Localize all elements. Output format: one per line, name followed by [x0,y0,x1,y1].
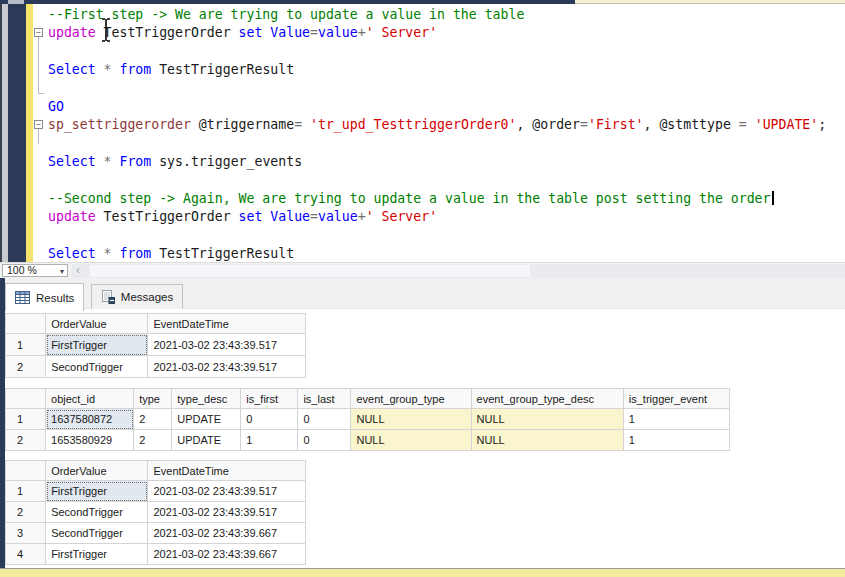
code-line[interactable]: GO [33,98,845,116]
table-row: 2SecondTrigger2021-03-02 23:43:39.517 [6,502,306,523]
grid-cell[interactable]: 2 [134,409,172,430]
results-grid-2: object_idtypetype_descis_firstis_lasteve… [5,388,730,451]
outline-collapse-box[interactable]: − [34,28,43,37]
code-line[interactable]: Select * from TestTriggerResult [33,61,845,79]
change-tracking-bar [26,4,33,262]
table-row: 1FirstTrigger2021-03-02 23:43:39.517 [6,481,306,502]
column-header[interactable]: type [134,389,172,409]
grid-cell[interactable]: 1637580872 [46,409,134,430]
column-header[interactable]: is_last [298,389,351,409]
grid-cell[interactable]: 0 [298,409,351,430]
code-line[interactable]: −sp_settriggerorder @triggername= 'tr_up… [33,116,845,134]
results-tab-bar: Results Messages [5,278,845,309]
row-number-cell[interactable]: 2 [6,502,46,523]
grid-cell[interactable]: NULL [471,430,623,451]
table-row: 216535809292UPDATE10NULLNULL1 [6,430,730,451]
grid-cell[interactable]: SecondTrigger [46,523,148,544]
grid-cell[interactable]: 2021-03-02 23:43:39.517 [148,334,306,356]
grid-cell[interactable]: 0 [298,430,351,451]
column-header[interactable]: EventDateTime [148,314,306,334]
grid-cell[interactable]: 2 [134,430,172,451]
code-line[interactable]: Select * from TestTriggerResult [33,245,845,262]
code-line[interactable] [33,80,845,98]
code-line[interactable]: −update TestTriggerOrder set Value=value… [33,24,845,42]
editor-horizontal-scrollbar[interactable]: ‹ [72,264,845,278]
code-lines[interactable]: --First step -> We are trying to update … [33,4,845,262]
grid-cell[interactable]: SecondTrigger [46,502,148,523]
grid-cell[interactable]: 2021-03-02 23:43:39.517 [148,356,306,378]
grid-cell[interactable]: FirstTrigger [46,334,148,356]
code-line[interactable] [33,172,845,190]
grid-cell[interactable]: FirstTrigger [46,544,148,565]
column-header[interactable]: type_desc [172,389,241,409]
row-number-cell[interactable]: 4 [6,544,46,565]
row-number-cell[interactable]: 1 [6,334,46,356]
grid-corner-cell[interactable] [6,461,46,481]
code-line[interactable]: update TestTriggerOrder set Value=value+… [33,208,845,226]
query-editor-pane[interactable]: --First step -> We are trying to update … [0,4,845,262]
bottom-edge-strip [0,568,845,577]
grid-cell[interactable]: 2021-03-02 23:43:39.667 [148,523,306,544]
chevron-down-icon[interactable]: ▾ [60,266,64,277]
ssms-window: --First step -> We are trying to update … [0,0,845,577]
grid-cell[interactable]: 1 [623,409,729,430]
grid-cell[interactable]: 0 [241,409,298,430]
code-line[interactable]: --First step -> We are trying to update … [33,6,845,24]
grid-cell[interactable]: UPDATE [172,409,241,430]
grid-cell[interactable]: NULL [351,409,471,430]
table-row: 2SecondTrigger2021-03-02 23:43:39.517 [6,356,306,378]
column-header[interactable]: event_group_type_desc [471,389,623,409]
column-header[interactable]: event_group_type [351,389,471,409]
grid-cell[interactable]: 2021-03-02 23:43:39.517 [148,502,306,523]
column-header[interactable]: OrderValue [46,314,148,334]
grid-cell[interactable]: 2021-03-02 23:43:39.517 [148,481,306,502]
grid-corner-cell[interactable] [6,389,46,409]
editor-selection-margin [8,4,26,262]
tab-label: Results [36,292,74,304]
code-line[interactable]: Select * From sys.trigger_events [33,153,845,171]
grid-cell[interactable]: 1653580929 [46,430,134,451]
row-number-cell[interactable]: 2 [6,430,46,451]
results-grid-icon [15,291,30,304]
table-row: 1FirstTrigger2021-03-02 23:43:39.517 [6,334,306,356]
column-header[interactable]: is_trigger_event [623,389,729,409]
tab-label: Messages [121,291,173,303]
row-number-cell[interactable]: 2 [6,356,46,378]
grid-cell[interactable]: UPDATE [172,430,241,451]
text-caret [772,191,774,205]
grid-cell[interactable]: SecondTrigger [46,356,148,378]
grid-cell[interactable]: 1 [241,430,298,451]
zoom-level-value: 100 % [7,264,37,276]
column-header[interactable]: OrderValue [46,461,148,481]
outline-collapse-box[interactable]: − [34,120,43,129]
grid-cell[interactable]: 2021-03-02 23:43:39.667 [148,544,306,565]
grid-corner-cell[interactable] [6,314,46,334]
row-number-cell[interactable]: 3 [6,523,46,544]
code-line[interactable] [33,227,845,245]
grid-cell[interactable]: NULL [471,409,623,430]
scroll-left-icon[interactable]: ‹ [76,264,80,277]
table-row: 3SecondTrigger2021-03-02 23:43:39.667 [6,523,306,544]
grid-cell[interactable]: NULL [351,430,471,451]
column-header[interactable]: EventDateTime [148,461,306,481]
table-row: 116375808722UPDATE00NULLNULL1 [6,409,730,430]
results-pane: Results Messages OrderValueEventDateTime… [0,278,845,568]
scrollbar-thumb[interactable] [90,265,530,277]
code-line[interactable] [33,43,845,61]
column-header[interactable]: is_first [241,389,298,409]
editor-zoom-select[interactable]: 100 % ▾ [2,264,68,277]
code-line[interactable]: --Second step -> Again, We are trying to… [33,190,845,208]
editor-status-bar: 100 % ▾ ‹ [0,262,845,278]
column-header[interactable]: object_id [46,389,134,409]
tab-results[interactable]: Results [5,283,84,311]
grid-cell[interactable]: 1 [623,430,729,451]
results-grid-1: OrderValueEventDateTime1FirstTrigger2021… [5,313,306,378]
row-number-cell[interactable]: 1 [6,409,46,430]
results-grid-3: OrderValueEventDateTime1FirstTrigger2021… [5,460,306,565]
code-line[interactable] [33,135,845,153]
tab-messages[interactable]: Messages [91,284,183,309]
messages-document-icon [101,290,115,304]
grid-cell[interactable]: FirstTrigger [46,481,148,502]
table-row: 4FirstTrigger2021-03-02 23:43:39.667 [6,544,306,565]
row-number-cell[interactable]: 1 [6,481,46,502]
